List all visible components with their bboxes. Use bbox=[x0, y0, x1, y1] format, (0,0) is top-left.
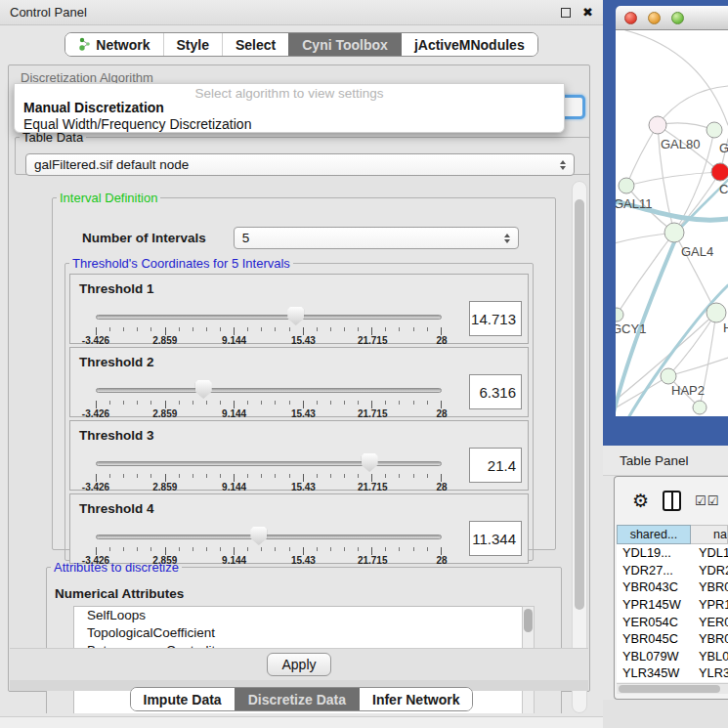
column-header-name[interactable]: na bbox=[691, 525, 728, 544]
threshold-value-field[interactable]: 11.344 bbox=[469, 521, 522, 556]
threshold-slider[interactable]: -3.4262.8599.14415.4321.71528 bbox=[96, 377, 442, 416]
table-row[interactable]: YBR043CYBR0 bbox=[617, 578, 728, 596]
attribute-list-item[interactable]: SelfLoops bbox=[74, 607, 532, 624]
slider-thumb[interactable] bbox=[362, 453, 378, 472]
table-rows: YDL19...YDL1YDR27...YDR2YBR043CYBR0YPR14… bbox=[617, 544, 728, 682]
slider-track[interactable] bbox=[96, 315, 442, 320]
network-node-gal4[interactable] bbox=[664, 223, 684, 242]
network-node-label: HAP2 bbox=[671, 383, 705, 398]
table-data-group: Table Data galFiltered.sif default node bbox=[15, 130, 590, 175]
threshold-value-field[interactable]: 6.316 bbox=[469, 374, 522, 409]
network-node-label: GAL4 bbox=[681, 244, 713, 259]
table-cell-shared: YBL079W bbox=[617, 648, 691, 665]
network-edge[interactable] bbox=[668, 358, 728, 376]
tab-cyni-toolbox[interactable]: Cyni Toolbox bbox=[288, 33, 401, 56]
network-canvas[interactable]: GAL80GACGAL11GAL4GCY1HHAP2 bbox=[616, 30, 728, 416]
tab-select[interactable]: Select bbox=[222, 33, 288, 56]
apply-button[interactable]: Apply bbox=[267, 653, 331, 676]
table-row[interactable]: YDL19...YDL1 bbox=[617, 544, 728, 562]
slider-track[interactable] bbox=[96, 535, 442, 539]
slider-track[interactable] bbox=[96, 388, 442, 393]
network-node-c[interactable] bbox=[711, 163, 728, 181]
table-cell-name: YDR2 bbox=[691, 562, 728, 579]
zoom-traffic-light-icon[interactable] bbox=[671, 12, 684, 24]
table-horizontal-scrollbar[interactable] bbox=[617, 683, 728, 694]
network-node[interactable] bbox=[693, 401, 707, 414]
slider-thumb[interactable] bbox=[250, 527, 267, 545]
float-panel-icon[interactable] bbox=[561, 8, 571, 18]
network-edge[interactable] bbox=[658, 86, 728, 125]
network-edge[interactable] bbox=[674, 172, 720, 233]
network-edge[interactable] bbox=[625, 30, 728, 125]
bottom-tab-discretize-data[interactable]: Discretize Data bbox=[235, 688, 359, 710]
table-row[interactable]: YLR345WYLR3 bbox=[617, 664, 728, 682]
slider-ticks bbox=[96, 401, 442, 408]
tab-jactivemnodules[interactable]: jActiveMNodules bbox=[401, 33, 537, 56]
table-cell-name: YDL1 bbox=[691, 544, 728, 562]
network-edge[interactable] bbox=[617, 233, 674, 315]
table-row[interactable]: YDR27...YDR2 bbox=[617, 562, 728, 579]
checkbox-icons[interactable]: ☑☑ bbox=[695, 493, 719, 508]
minimize-traffic-light-icon[interactable] bbox=[648, 12, 661, 24]
network-node-h[interactable] bbox=[707, 303, 726, 322]
tab-style[interactable]: Style bbox=[163, 33, 222, 56]
table-row[interactable]: YBL079WYBL0 bbox=[617, 648, 728, 665]
dropdown-option-equal-width[interactable]: Equal Width/Frequency Discretization bbox=[15, 116, 564, 133]
threshold-slider[interactable]: -3.4262.8599.14415.4321.71528 bbox=[96, 450, 442, 490]
table-row[interactable]: YER054CYER0 bbox=[617, 613, 728, 630]
table-cell-name: YER0 bbox=[691, 613, 728, 630]
threshold-panel-2: Threshold 2-3.4262.8599.14415.4321.71528… bbox=[69, 347, 529, 417]
bottom-tab-infer-network[interactable]: Infer Network bbox=[359, 688, 472, 710]
threshold-panel-3: Threshold 3-3.4262.8599.14415.4321.71528… bbox=[69, 420, 529, 491]
network-node-hap2[interactable] bbox=[661, 368, 676, 384]
close-traffic-light-icon[interactable] bbox=[624, 12, 637, 24]
apply-strip: Apply bbox=[10, 648, 588, 680]
network-node-label: GCY1 bbox=[616, 321, 646, 336]
slider-ticks bbox=[96, 547, 442, 555]
threshold-value-field[interactable]: 14.713 bbox=[469, 301, 522, 336]
network-canvas-svg: GAL80GACGAL11GAL4GCY1HHAP2 bbox=[616, 30, 728, 416]
split-column-icon[interactable] bbox=[663, 491, 681, 511]
settings-vertical-scrollbar[interactable] bbox=[572, 181, 587, 713]
tab-label: Discretize Data bbox=[248, 692, 346, 707]
slider-thumb[interactable] bbox=[287, 307, 304, 325]
tab-label: Cyni Toolbox bbox=[302, 37, 388, 53]
table-cell-shared: YLR345W bbox=[617, 664, 691, 682]
table-data-combobox[interactable]: galFiltered.sif default node bbox=[25, 153, 575, 176]
network-node-gcy1[interactable] bbox=[616, 308, 623, 321]
dropdown-option-manual[interactable]: Manual Discretization bbox=[15, 100, 564, 116]
panel-title: Control Panel bbox=[10, 5, 87, 20]
network-node-gal80[interactable] bbox=[649, 116, 666, 134]
close-panel-icon[interactable]: ✖ bbox=[582, 8, 593, 18]
network-node-gal11[interactable] bbox=[619, 178, 634, 193]
threshold-panel-4: Threshold 4-3.4262.8599.14415.4321.71528… bbox=[69, 493, 529, 564]
table-row[interactable]: YPR145WYPR1 bbox=[617, 596, 728, 614]
bottom-tab-bar: Impute DataDiscretize DataInfer Network bbox=[0, 687, 603, 711]
slider-thumb[interactable] bbox=[195, 380, 212, 399]
table-cell-shared: YDR27... bbox=[617, 562, 691, 579]
threshold-slider[interactable]: -3.4262.8599.14415.4321.71528 bbox=[96, 524, 442, 563]
attribute-list-item[interactable]: TopologicalCoefficient bbox=[74, 624, 532, 642]
column-header-shared[interactable]: shared... bbox=[617, 525, 691, 544]
network-edge[interactable] bbox=[668, 313, 716, 376]
number-of-intervals-combobox[interactable]: 5 bbox=[234, 227, 519, 249]
thresholds-list: Threshold 1-3.4262.8599.14415.4321.71528… bbox=[65, 274, 533, 564]
network-node-ga[interactable] bbox=[707, 122, 722, 138]
gear-icon[interactable]: ⚙ bbox=[632, 492, 649, 510]
tab-label: jActiveMNodules bbox=[414, 37, 525, 53]
network-edge[interactable] bbox=[626, 172, 720, 186]
network-icon bbox=[78, 37, 91, 52]
threshold-value-field[interactable]: 21.4 bbox=[469, 448, 522, 483]
bottom-tab-group: Impute DataDiscretize DataInfer Network bbox=[130, 687, 474, 711]
network-node-label: H bbox=[723, 321, 728, 335]
threshold-slider[interactable]: -3.4262.8599.14415.4321.71528 bbox=[96, 304, 442, 343]
tab-network[interactable]: Network bbox=[65, 33, 162, 56]
table-cell-shared: YDL19... bbox=[617, 544, 691, 562]
dropdown-hint-item: Select algorithm to view settings bbox=[15, 84, 564, 100]
table-row[interactable]: YBR045CYBR0 bbox=[617, 630, 728, 648]
tab-label: Network bbox=[96, 37, 150, 53]
network-edge[interactable] bbox=[626, 125, 658, 186]
table-cell-name: YBR0 bbox=[691, 578, 728, 596]
bottom-tab-impute-data[interactable]: Impute Data bbox=[131, 688, 235, 710]
slider-track[interactable] bbox=[96, 461, 442, 466]
